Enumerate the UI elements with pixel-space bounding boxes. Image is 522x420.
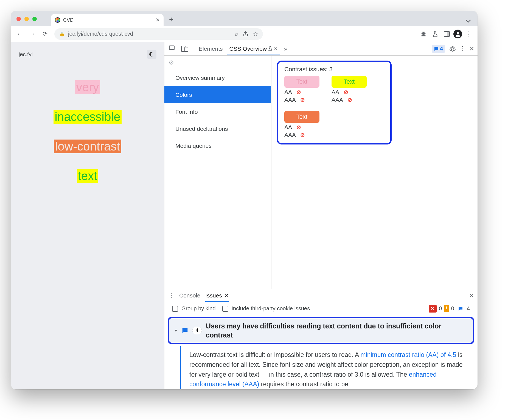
aaa-label: AAA [332,97,343,103]
gear-icon[interactable] [449,46,456,52]
fail-icon: ⊘ [300,97,305,103]
contrast-swatch: Text [284,111,319,123]
svg-rect-5 [185,47,188,52]
bookmark-icon[interactable]: ☆ [253,31,258,37]
disclosure-icon[interactable]: ▼ [174,328,178,333]
issue-title: Users may have difficulties reading text… [206,322,468,339]
content-area: jec.fyi very inaccessible low-contrast t… [11,42,478,389]
demo-words: very inaccessible low-contrast text [19,80,156,183]
inspect-icon[interactable] [168,44,178,54]
warn-count: 0 [451,305,454,312]
css-overview-body: ⊘ Overview summary Colors Font info Unus… [164,56,478,289]
aaa-label: AAA [284,97,296,103]
error-count-badge[interactable]: ✕ [429,305,437,313]
tab-elements[interactable]: Elements [197,42,225,55]
third-party-label: Include third-party cookie issues [232,305,310,312]
profile-avatar[interactable] [453,30,462,38]
aaa-label: AAA [284,132,296,138]
aa-label: AA [332,89,339,95]
issues-filter-bar: Group by kind Include third-party cookie… [164,302,478,315]
url-text: jec.fyi/demo/cds-quest-cvd [68,31,133,37]
close-window-button[interactable] [16,17,21,21]
share-icon[interactable] [243,31,248,37]
info-count: 4 [467,305,470,312]
window-controls [15,17,48,26]
fail-icon: ⊘ [296,124,301,130]
experiment-icon [268,46,272,51]
close-drawer-tab-icon[interactable]: ✕ [224,292,229,299]
demo-word: inaccessible [54,110,122,124]
devtools: Elements CSS Overview ✕ » 4 ⋮ ✕ [164,42,478,389]
info-count-badge[interactable] [456,306,465,312]
more-tabs-icon[interactable]: » [282,42,290,55]
group-by-kind-label: Group by kind [181,305,216,312]
tab-title: CVD [63,17,153,23]
favicon [55,17,60,23]
nav-font-info[interactable]: Font info [164,103,271,120]
chat-icon [182,327,188,334]
css-overview-sidebar: ⊘ Overview summary Colors Font info Unus… [164,56,271,289]
tab-css-overview[interactable]: CSS Overview ✕ [227,42,280,55]
issue-occurrence-count: 4 [192,327,202,334]
third-party-checkbox[interactable] [222,306,228,312]
issue-header[interactable]: ▼ 4 Users may have difficulties reading … [168,317,474,344]
maximize-window-button[interactable] [32,17,37,21]
drawer-tabbar: ⋮ Console Issues ✕ ✕ [164,289,478,302]
drawer-tab-console[interactable]: Console [179,289,200,302]
close-devtools-icon[interactable]: ✕ [469,45,474,52]
extensions-icon[interactable] [419,29,429,39]
contrast-item[interactable]: Text AA⊘ AAA⊘ [284,76,319,103]
warn-count-badge[interactable]: ! [444,305,449,312]
fail-icon: ⊘ [300,132,305,138]
devtools-drawer: ⋮ Console Issues ✕ ✕ Group by kind Inclu… [164,289,478,389]
contrast-item[interactable]: Text AA⊘ AAA⊘ [332,76,367,103]
contrast-swatch: Text [284,76,319,88]
close-tab-icon[interactable]: ✕ [156,17,160,23]
close-drawer-icon[interactable]: ✕ [469,292,474,299]
nav-overview-summary[interactable]: Overview summary [164,69,271,86]
sidepanel-icon[interactable] [442,29,452,39]
svg-rect-3 [169,46,174,50]
aa-label: AA [284,89,292,95]
contrast-issues-panel: Contrast issues: 3 Text AA⊘ AAA⊘ Text AA… [271,56,478,289]
fail-icon: ⊘ [344,89,348,95]
lock-icon: 🔒 [59,31,65,36]
issues-badge[interactable]: 4 [432,45,445,53]
browser-window: CVD ✕ + ← → ⟳ 🔒 jec.fyi/demo/cds-quest-c… [11,11,478,389]
drawer-tab-issues[interactable]: Issues ✕ [205,289,229,302]
demo-word: very [75,80,100,94]
svg-rect-1 [447,32,450,36]
browser-toolbar: ← → ⟳ 🔒 jec.fyi/demo/cds-quest-cvd ⌕ ☆ [11,26,478,42]
browser-tab[interactable]: CVD ✕ [51,14,164,26]
group-by-kind-checkbox[interactable] [172,306,178,312]
drawer-kebab-icon[interactable]: ⋮ [168,292,174,299]
new-tab-button[interactable]: + [166,15,173,26]
svg-point-2 [457,32,459,34]
devtools-tabbar: Elements CSS Overview ✕ » 4 ⋮ ✕ [164,42,478,56]
fail-icon: ⊘ [347,97,352,103]
tab-overflow-icon[interactable] [465,19,474,26]
forward-button[interactable]: → [27,29,37,39]
kebab-menu-icon[interactable]: ⋮ [464,29,474,39]
contrast-swatch: Text [332,76,367,88]
page-site-label: jec.fyi [19,51,33,58]
minimize-window-button[interactable] [24,17,29,21]
back-button[interactable]: ← [15,29,25,39]
nav-media-queries[interactable]: Media queries [164,137,271,154]
nav-unused-declarations[interactable]: Unused declarations [164,120,271,137]
aa-label: AA [284,124,292,130]
device-toggle-icon[interactable] [180,44,190,54]
close-panel-icon[interactable]: ✕ [274,46,277,51]
issue-body: Low-contrast text is difficult or imposs… [180,346,478,389]
search-icon[interactable]: ⌕ [235,31,238,37]
link-min-contrast[interactable]: minimum contrast ratio (AA) of 4.5 [360,351,456,358]
clear-overview-icon[interactable]: ⊘ [164,56,271,69]
contrast-item[interactable]: Text AA⊘ AAA⊘ [284,111,319,138]
nav-colors[interactable]: Colors [164,86,271,103]
demo-word: text [77,169,99,183]
reload-button[interactable]: ⟳ [40,29,50,39]
devtools-kebab-icon[interactable]: ⋮ [459,45,465,52]
theme-toggle-button[interactable] [147,50,156,59]
omnibox[interactable]: 🔒 jec.fyi/demo/cds-quest-cvd ⌕ ☆ [54,28,263,40]
labs-icon[interactable] [430,29,440,39]
